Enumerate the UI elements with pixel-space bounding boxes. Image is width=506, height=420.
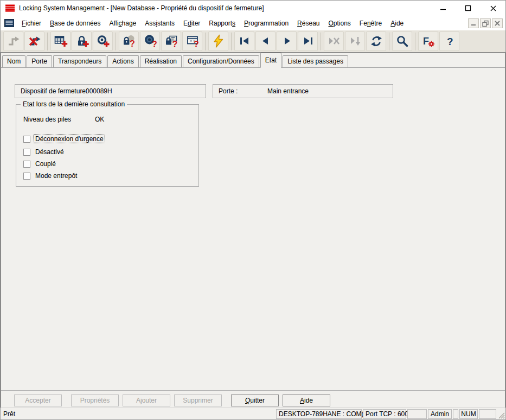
battery-level-row: Niveau des piles (23, 116, 71, 123)
help-button[interactable]: ? (439, 31, 459, 51)
read-lock-data-button[interactable]: ? (161, 31, 181, 51)
mdi-close-button[interactable] (492, 18, 503, 28)
tab-liste-des-passages[interactable]: Liste des passages (283, 55, 348, 67)
new-lock-button[interactable] (72, 31, 92, 51)
connect-button[interactable] (3, 31, 23, 51)
ajouter-button[interactable]: Ajouter (123, 394, 170, 406)
checkbox-row-storage-mode[interactable]: Mode entrepôt (23, 172, 78, 180)
toolbar-separator (321, 33, 321, 50)
resize-grip[interactable] (497, 409, 505, 419)
status-user-cell: Admin (428, 409, 452, 419)
supprimer-label: Supprimer (183, 397, 213, 404)
close-icon (490, 5, 497, 12)
menu-base-de-donnees[interactable]: Base de données (46, 17, 105, 29)
checkbox-row-emergency-release[interactable]: Déconnexion d'urgence (23, 135, 105, 143)
supprimer-button[interactable]: Supprimer (174, 394, 222, 406)
label-post: être (371, 20, 382, 27)
tab-configuration-donnees[interactable]: Configuration/Données (183, 55, 259, 67)
close-button[interactable] (481, 1, 505, 16)
menu-editer[interactable]: Editer (179, 17, 204, 29)
previous-record-button[interactable] (255, 31, 276, 51)
program-button[interactable] (208, 31, 228, 51)
menu-programmation[interactable]: Programmation (240, 17, 293, 29)
read-network-button[interactable]: ? (182, 31, 202, 51)
label-pre: Rapport (209, 20, 232, 27)
filter-settings-icon: F (421, 34, 435, 48)
tab-etat[interactable]: Etat (260, 53, 281, 68)
first-record-button[interactable] (234, 31, 254, 51)
menu-affichage[interactable]: Affichage (105, 17, 140, 29)
read-lock-button[interactable]: ? (119, 31, 139, 51)
new-transponder-button[interactable] (93, 31, 113, 51)
lock-id-field: Dispositif de fermeture: 000089H (15, 84, 206, 98)
svg-text:?: ? (152, 40, 157, 49)
ajouter-label: Ajouter (136, 397, 157, 404)
emergency-release-checkbox[interactable] (23, 136, 30, 143)
quitter-button[interactable]: Quitter (231, 394, 279, 406)
svg-text:?: ? (447, 36, 453, 47)
status-tcp-port-cell: Port TCP : 6001 (363, 409, 406, 419)
toolbar-separator (47, 33, 48, 50)
minimize-button[interactable] (431, 1, 456, 16)
disconnect-button[interactable] (24, 31, 44, 51)
menu-reseau[interactable]: Réseau (293, 17, 324, 29)
cancel-navigation-button[interactable] (324, 31, 344, 51)
label-key: A (300, 397, 304, 404)
mdi-minimize-icon (469, 20, 478, 27)
connect-icon (7, 34, 21, 48)
search-button[interactable] (392, 31, 412, 51)
new-locking-plan-button[interactable] (50, 31, 71, 51)
battery-level-value: OK (95, 116, 104, 123)
label-pre: Affi (109, 20, 118, 27)
mdi-restore-button[interactable] (480, 18, 491, 28)
deactivated-checkbox[interactable] (23, 149, 30, 156)
menu-rapports[interactable]: Rapports (204, 17, 240, 29)
status-connection-cell: DESKTOP-789HANE : COM(*) (276, 409, 362, 419)
label-post: ase de données (54, 20, 100, 27)
checkbox-row-deactivated[interactable]: Désactivé (23, 148, 65, 156)
menu-aide[interactable]: Aide (386, 17, 408, 29)
label-post: stants (157, 20, 175, 27)
label-key: d (188, 20, 191, 27)
menu-fenetre[interactable]: Fenêtre (355, 17, 386, 29)
battery-level-label: Niveau des piles (23, 116, 71, 123)
menu-options[interactable]: Options (324, 17, 355, 29)
new-lock-icon (75, 34, 89, 48)
coupled-checkbox[interactable] (23, 161, 30, 168)
tab-realisation[interactable]: Réalisation (140, 55, 182, 67)
menu-bar: Fichier Base de données Affichage Assist… (1, 16, 505, 31)
resize-grip-icon (498, 412, 505, 419)
status-empty-cell (479, 409, 496, 419)
goto-record-button[interactable] (345, 31, 365, 51)
menu-fichier[interactable]: Fichier (17, 17, 46, 29)
checkbox-row-coupled[interactable]: Couplé (23, 160, 57, 168)
label-post: rogrammation (248, 20, 289, 27)
accepter-label: Accepter (25, 397, 50, 404)
goto-record-icon (348, 34, 362, 48)
accepter-button[interactable]: Accepter (14, 394, 62, 406)
menu-assistants[interactable]: Assistants (140, 17, 179, 29)
read-transponder-button[interactable]: ? (140, 31, 160, 51)
help-icon: ? (443, 34, 457, 48)
refresh-button[interactable] (366, 31, 386, 51)
tab-nom[interactable]: Nom (2, 55, 25, 67)
aide-button[interactable]: Aide (283, 394, 330, 406)
toolbar-separator (116, 33, 116, 50)
proprietes-button[interactable]: Propriétés (71, 394, 119, 406)
maximize-button[interactable] (456, 1, 481, 16)
status-user-text: Admin (431, 410, 449, 418)
refresh-icon (369, 34, 383, 48)
tab-transpondeurs[interactable]: Transpondeurs (53, 55, 106, 67)
label-post: uitter (250, 397, 265, 404)
mdi-minimize-button[interactable] (468, 18, 479, 28)
label-key: Q (245, 397, 250, 404)
door-value: Main entrance (267, 87, 309, 95)
filter-settings-button[interactable]: F (418, 31, 438, 51)
next-record-button[interactable] (277, 31, 297, 51)
storage-mode-checkbox[interactable] (23, 173, 30, 180)
last-record-button[interactable] (298, 31, 318, 51)
label-post: hage (122, 20, 137, 27)
tab-porte[interactable]: Porte (27, 55, 52, 67)
tab-actions[interactable]: Actions (107, 55, 138, 67)
label-key: n (367, 20, 371, 27)
